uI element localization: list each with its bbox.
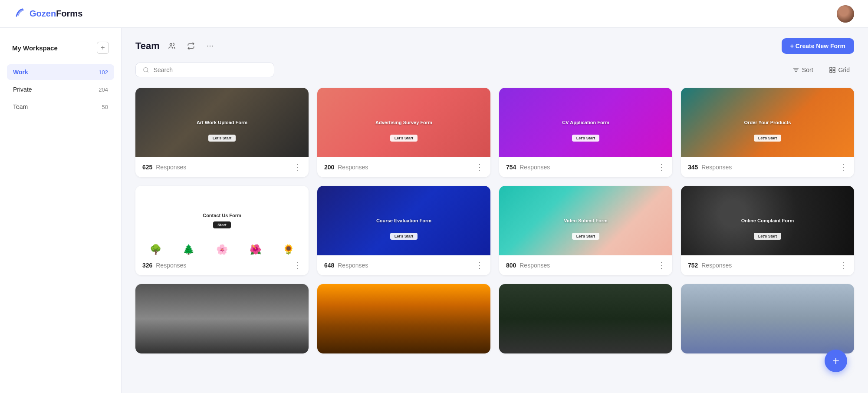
responses-label: Responses xyxy=(519,262,550,269)
form-card-photo4[interactable] xyxy=(681,284,854,353)
form-start-btn[interactable]: Let's Start xyxy=(390,135,418,142)
form-start-btn[interactable]: Let's Start xyxy=(390,233,418,240)
form-thumbnail xyxy=(499,284,672,353)
form-card-advertising-survey[interactable]: Advertising Survey Form Let's Start 200 … xyxy=(317,88,490,177)
form-thumb-title: CV Application Form xyxy=(557,120,614,125)
responses-label: Responses xyxy=(701,164,732,171)
sidebar-item-work-label: Work xyxy=(13,69,28,76)
form-start-btn[interactable]: Let's Start xyxy=(754,135,782,142)
transfer-button[interactable] xyxy=(184,39,198,53)
svg-rect-12 xyxy=(833,70,835,73)
responses-count: 754 Responses xyxy=(506,164,550,171)
sidebar-item-team-count: 50 xyxy=(102,104,108,110)
responses-label: Responses xyxy=(338,164,368,171)
logo-icon xyxy=(14,7,26,21)
logo-text: GozenForms xyxy=(30,9,82,19)
responses-count: 625 Responses xyxy=(142,164,186,171)
more-options-button[interactable] xyxy=(203,39,217,53)
form-card-footer: 752 Responses ⋮ xyxy=(681,255,854,275)
tree-icon: 🌲 xyxy=(183,244,194,255)
responses-number: 648 xyxy=(324,262,334,269)
form-start-btn[interactable]: Let's Start xyxy=(572,135,600,142)
responses-count: 648 Responses xyxy=(324,262,368,269)
form-card-contact-us[interactable]: Contact Us Form Start 🌳 🌲 🌸 🌺 🌻 326 Resp… xyxy=(135,186,309,275)
form-more-button[interactable]: ⋮ xyxy=(839,162,847,172)
form-thumbnail: Online Complaint Form Let's Start xyxy=(681,186,854,255)
form-start-btn[interactable]: Let's Start xyxy=(208,135,236,142)
form-card-photo3[interactable] xyxy=(499,284,672,353)
app-layout: My Workspace + Work 102 Private 204 Team… xyxy=(0,28,868,393)
form-thumbnail: Contact Us Form Start 🌳 🌲 🌸 🌺 🌻 xyxy=(135,186,309,255)
svg-rect-10 xyxy=(833,67,835,69)
form-more-button[interactable]: ⋮ xyxy=(658,162,665,172)
form-start-btn[interactable]: Let's Start xyxy=(572,233,600,240)
topbar-left: Team xyxy=(135,39,217,53)
responses-count: 200 Responses xyxy=(324,164,368,171)
create-new-form-button[interactable]: + Create New Form xyxy=(782,38,854,54)
form-thumbnail xyxy=(681,284,854,353)
responses-number: 752 xyxy=(688,262,698,269)
form-more-button[interactable]: ⋮ xyxy=(294,261,302,270)
svg-point-1 xyxy=(207,46,208,46)
form-card-photo1[interactable] xyxy=(135,284,309,353)
form-card-course-evaluation[interactable]: Course Evaluation Form Let's Start 648 R… xyxy=(317,186,490,275)
form-card-footer: 200 Responses ⋮ xyxy=(317,157,490,177)
search-bar[interactable] xyxy=(135,63,274,77)
contact-trees: 🌳 🌲 🌸 🌺 🌻 xyxy=(135,234,309,255)
form-card-cv-application[interactable]: CV Application Form Let's Start 754 Resp… xyxy=(499,88,672,177)
form-start-btn[interactable]: Let's Start xyxy=(754,233,782,240)
form-card-online-complaint[interactable]: Online Complaint Form Let's Start 752 Re… xyxy=(681,186,854,275)
form-card-footer: 625 Responses ⋮ xyxy=(135,157,309,177)
form-more-button[interactable]: ⋮ xyxy=(476,261,483,270)
responses-count: 326 Responses xyxy=(142,262,186,269)
tree-icon: 🌺 xyxy=(250,244,261,255)
forms-grid: Art Work Upload Form Let's Start 625 Res… xyxy=(135,88,854,353)
sidebar-item-private-count: 204 xyxy=(99,86,108,93)
sort-button[interactable]: Sort xyxy=(788,64,818,76)
toolbar: Sort Grid xyxy=(135,63,854,77)
sidebar-item-work[interactable]: Work 102 xyxy=(7,64,114,80)
responses-number: 326 xyxy=(142,262,152,269)
user-avatar[interactable] xyxy=(837,5,854,23)
form-card-order-products[interactable]: Order Your Products Let's Start 345 Resp… xyxy=(681,88,854,177)
responses-number: 800 xyxy=(506,262,516,269)
topbar: Team xyxy=(135,38,854,54)
form-thumbnail: Art Work Upload Form Let's Start xyxy=(135,88,309,157)
form-thumbnail xyxy=(135,284,309,353)
form-more-button[interactable]: ⋮ xyxy=(658,261,665,270)
sort-icon xyxy=(792,66,799,73)
page-title: Team xyxy=(135,40,160,52)
form-more-button[interactable]: ⋮ xyxy=(294,162,302,172)
search-input[interactable] xyxy=(154,66,267,73)
add-workspace-button[interactable]: + xyxy=(97,42,109,54)
sidebar-item-team[interactable]: Team 50 xyxy=(7,99,114,115)
contact-thumb-inner: Contact Us Form Start 🌳 🌲 🌸 🌺 🌻 xyxy=(135,186,309,255)
users-icon xyxy=(168,42,176,50)
responses-count: 752 Responses xyxy=(688,262,732,269)
tree-icon: 🌻 xyxy=(283,244,294,255)
form-card-video-submit[interactable]: Video Submit Form Let's Start 800 Respon… xyxy=(499,186,672,275)
sidebar-item-private-label: Private xyxy=(13,86,32,93)
grid-button[interactable]: Grid xyxy=(825,64,854,76)
responses-number: 200 xyxy=(324,164,334,171)
form-card-footer: 345 Responses ⋮ xyxy=(681,157,854,177)
form-thumb-title: Online Complaint Form xyxy=(736,218,799,223)
tree-icon: 🌳 xyxy=(150,244,161,255)
sidebar-item-private[interactable]: Private 204 xyxy=(7,82,114,97)
logo: GozenForms xyxy=(14,7,82,21)
tree-icon: 🌸 xyxy=(216,244,228,255)
team-members-button[interactable] xyxy=(165,39,179,53)
form-card-art-work-upload[interactable]: Art Work Upload Form Let's Start 625 Res… xyxy=(135,88,309,177)
responses-label: Responses xyxy=(156,164,186,171)
form-card-footer: 326 Responses ⋮ xyxy=(135,255,309,275)
responses-label: Responses xyxy=(338,262,368,269)
form-card-photo2[interactable] xyxy=(317,284,490,353)
form-more-button[interactable]: ⋮ xyxy=(476,162,483,172)
sidebar: My Workspace + Work 102 Private 204 Team… xyxy=(0,28,122,393)
create-btn-label: + Create New Form xyxy=(790,43,845,50)
form-more-button[interactable]: ⋮ xyxy=(839,261,847,270)
form-thumb-title: Art Work Upload Form xyxy=(191,120,253,125)
form-start-btn[interactable]: Start xyxy=(213,221,231,228)
svg-rect-11 xyxy=(830,70,832,73)
fab-add-button[interactable]: + xyxy=(825,350,847,372)
